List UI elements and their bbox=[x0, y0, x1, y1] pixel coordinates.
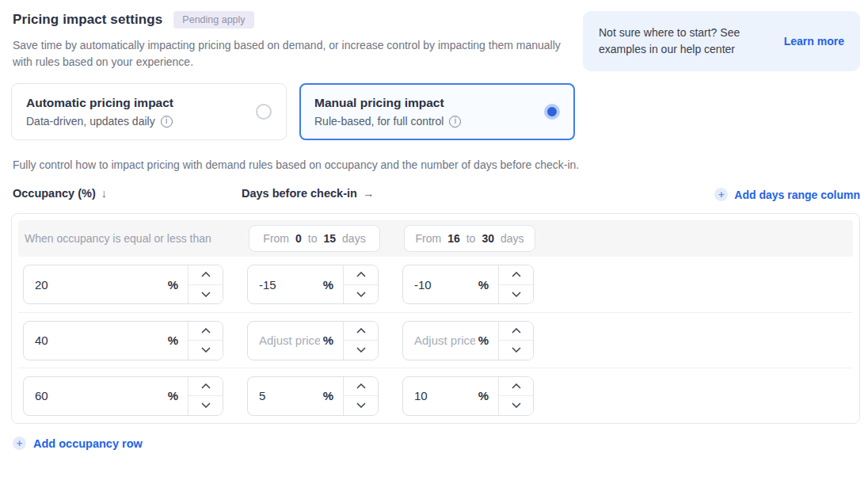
header-left: Pricing impact settings Pending apply Sa… bbox=[11, 11, 573, 71]
stepper-up-button[interactable] bbox=[344, 265, 378, 285]
range-mid: to bbox=[466, 232, 476, 245]
stepper-down-button[interactable] bbox=[188, 396, 223, 415]
range-prefix: From bbox=[263, 232, 289, 245]
price-adjust-input[interactable] bbox=[248, 265, 323, 303]
stepper-up-button[interactable] bbox=[188, 322, 223, 341]
price-adjust-input[interactable] bbox=[248, 322, 323, 360]
stepper-down-button[interactable] bbox=[499, 341, 533, 360]
stepper-down-button[interactable] bbox=[188, 285, 223, 304]
table-row: % % % bbox=[18, 257, 853, 312]
chevron-down-icon bbox=[512, 292, 521, 297]
chevron-down-icon bbox=[201, 292, 211, 297]
right-arrow-icon: → bbox=[363, 187, 375, 200]
stepper-down-button[interactable] bbox=[344, 396, 378, 415]
demand-rules-table: When occupancy is equal or less than Fro… bbox=[11, 213, 860, 424]
radio-selected-icon[interactable] bbox=[544, 104, 560, 120]
table-row: % % % bbox=[18, 368, 853, 423]
range-suffix: days bbox=[501, 232, 524, 245]
chevron-up-icon bbox=[201, 383, 211, 389]
stepper bbox=[498, 265, 533, 303]
range-to-value[interactable]: 15 bbox=[324, 232, 337, 245]
info-icon[interactable]: i bbox=[161, 116, 173, 128]
percent-unit: % bbox=[168, 322, 188, 360]
table-row: % % % bbox=[18, 312, 853, 368]
price-adjust-input[interactable] bbox=[403, 265, 478, 303]
percent-unit: % bbox=[323, 377, 343, 415]
days-column-header: Days before check-in → bbox=[242, 187, 374, 200]
manual-pricing-card[interactable]: Manual pricing impact Rule-based, for fu… bbox=[299, 83, 575, 140]
range-from-value[interactable]: 16 bbox=[447, 232, 460, 245]
days-range-input-1[interactable]: From 0 to 15 days bbox=[249, 225, 380, 252]
occupancy-input[interactable] bbox=[24, 322, 168, 360]
chevron-down-icon bbox=[201, 347, 211, 353]
add-occupancy-row-button[interactable]: + Add occupancy row bbox=[13, 437, 143, 450]
plus-icon: + bbox=[714, 188, 728, 201]
page-title: Pricing impact settings bbox=[13, 12, 162, 28]
pending-apply-badge: Pending apply bbox=[173, 11, 253, 29]
help-callout: Not sure where to start? See examples in… bbox=[583, 11, 860, 71]
pricing-mode-cards: Automatic pricing impact Data-driven, up… bbox=[11, 83, 860, 140]
chevron-down-icon bbox=[512, 402, 521, 408]
range-suffix: days bbox=[342, 232, 366, 245]
condition-label: When occupancy is equal or less than bbox=[25, 232, 225, 245]
percent-unit: % bbox=[478, 377, 498, 415]
chevron-up-icon bbox=[512, 383, 521, 389]
down-arrow-icon: ↓ bbox=[101, 187, 107, 200]
chevron-down-icon bbox=[356, 347, 366, 353]
manual-card-subtitle: Rule-based, for full control bbox=[314, 115, 444, 128]
price-adjust-input[interactable] bbox=[403, 377, 478, 415]
percent-unit: % bbox=[323, 265, 343, 303]
stepper bbox=[498, 322, 533, 360]
add-days-range-column-button[interactable]: + Add days range column bbox=[714, 188, 860, 201]
chevron-up-icon bbox=[512, 272, 521, 277]
stepper-up-button[interactable] bbox=[188, 265, 223, 285]
occupancy-input[interactable] bbox=[24, 265, 168, 303]
stepper-up-button[interactable] bbox=[499, 377, 533, 397]
stepper-up-button[interactable] bbox=[344, 377, 378, 397]
stepper-down-button[interactable] bbox=[344, 341, 378, 360]
help-text: Not sure where to start? See examples in… bbox=[599, 25, 773, 58]
days-range-input-2[interactable]: From 16 to 30 days bbox=[404, 225, 535, 252]
stepper-up-button[interactable] bbox=[499, 265, 533, 285]
range-prefix: From bbox=[415, 232, 441, 245]
occupancy-column-header: Occupancy (%) ↓ bbox=[13, 187, 107, 200]
stepper-down-button[interactable] bbox=[188, 341, 223, 360]
price-adjust-input-group: % bbox=[402, 265, 534, 304]
stepper-down-button[interactable] bbox=[499, 396, 533, 415]
percent-unit: % bbox=[168, 377, 188, 415]
stepper bbox=[188, 322, 223, 360]
price-adjust-input[interactable] bbox=[403, 322, 478, 360]
learn-more-link[interactable]: Learn more bbox=[784, 35, 844, 48]
price-adjust-input-group: % bbox=[247, 265, 379, 304]
stepper-up-button[interactable] bbox=[188, 377, 223, 397]
chevron-up-icon bbox=[201, 272, 211, 277]
stepper bbox=[343, 322, 378, 360]
range-to-value[interactable]: 30 bbox=[482, 232, 494, 245]
stepper-down-button[interactable] bbox=[499, 285, 533, 304]
price-adjust-input-group: % bbox=[402, 376, 534, 416]
automatic-pricing-card[interactable]: Automatic pricing impact Data-driven, up… bbox=[11, 83, 287, 140]
radio-unselected-icon[interactable] bbox=[256, 104, 272, 120]
stepper-up-button[interactable] bbox=[344, 322, 378, 341]
add-column-label: Add days range column bbox=[734, 189, 860, 201]
occupancy-input[interactable] bbox=[24, 377, 168, 415]
automatic-card-subtitle: Data-driven, updates daily bbox=[26, 115, 155, 128]
range-from-value[interactable]: 0 bbox=[295, 232, 302, 245]
occupancy-input-group: % bbox=[23, 265, 223, 304]
chevron-down-icon bbox=[356, 402, 366, 408]
info-icon[interactable]: i bbox=[449, 116, 461, 128]
percent-unit: % bbox=[168, 265, 188, 303]
stepper bbox=[188, 265, 223, 303]
stepper-down-button[interactable] bbox=[344, 285, 378, 304]
table-header-band: When occupancy is equal or less than Fro… bbox=[18, 220, 853, 257]
occupancy-header-label: Occupancy (%) bbox=[13, 187, 96, 200]
chevron-up-icon bbox=[356, 383, 366, 389]
price-adjust-input[interactable] bbox=[248, 377, 323, 415]
stepper-up-button[interactable] bbox=[499, 322, 533, 341]
price-adjust-input-group: % bbox=[402, 321, 534, 360]
percent-unit: % bbox=[478, 265, 498, 303]
automatic-card-title: Automatic pricing impact bbox=[26, 96, 173, 110]
page-description: Save time by automatically impacting pri… bbox=[11, 37, 573, 71]
percent-unit: % bbox=[478, 322, 498, 360]
manual-card-title: Manual pricing impact bbox=[314, 96, 461, 110]
